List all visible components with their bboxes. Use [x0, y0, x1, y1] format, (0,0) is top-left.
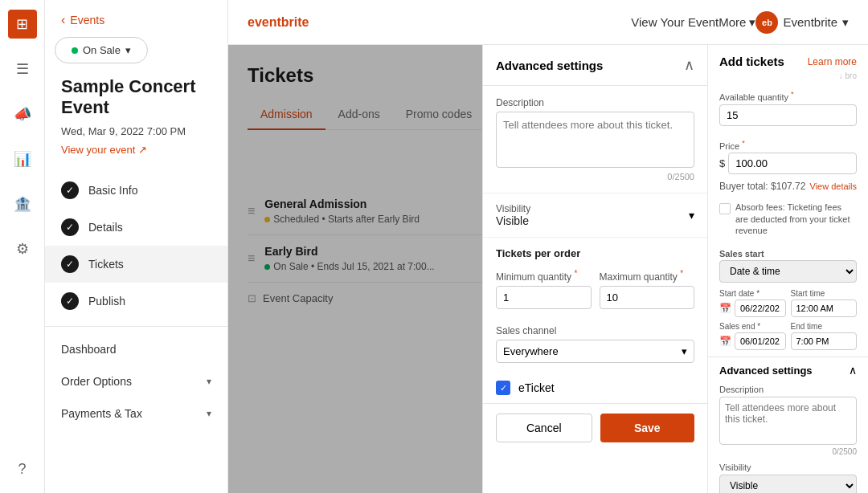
- end-time-field: End time: [791, 322, 858, 350]
- icon-sidebar: ⊞ ☰ 📣 📊 🏦 ⚙ ?: [0, 0, 45, 493]
- check-icon: ✓: [61, 181, 79, 199]
- rs-adv-header: Advanced settings ∧: [708, 357, 868, 380]
- available-qty-field: Available quantity *: [708, 84, 868, 132]
- save-button[interactable]: Save: [600, 414, 695, 442]
- payments-tax-label: Payments & Tax: [61, 407, 142, 420]
- rs-visibility-select[interactable]: Visible: [719, 475, 857, 493]
- on-sale-label: On Sale: [83, 44, 121, 56]
- start-time-label: Start time: [791, 289, 858, 298]
- end-date-field: Sales end * 📅: [719, 322, 786, 350]
- cancel-button[interactable]: Cancel: [496, 414, 592, 442]
- rs-char-count: 0/2500: [719, 447, 857, 456]
- chevron-up-icon: ∧: [849, 364, 857, 377]
- char-count: 0/2500: [496, 172, 694, 181]
- sales-channel-select[interactable]: Everywhere ▾: [496, 340, 694, 363]
- check-icon: ✓: [61, 218, 79, 236]
- visibility-row[interactable]: Visibility Visible ▾: [483, 194, 707, 238]
- nav-item-publish[interactable]: ✓ Publish: [45, 283, 227, 320]
- tickets-per-order: Minimum quantity * Maximum quantity *: [483, 263, 707, 319]
- dollar-sign: $: [719, 157, 725, 169]
- price-label: Price *: [719, 139, 857, 151]
- start-time-input[interactable]: [791, 299, 858, 317]
- home-icon[interactable]: ⊞: [8, 10, 37, 39]
- chevron-down-icon: ▾: [682, 345, 687, 357]
- topbar: eventbrite View Your Event More ▾ eb Eve…: [228, 0, 868, 45]
- description-textarea[interactable]: [496, 112, 694, 168]
- sales-start-select[interactable]: Date & time: [719, 260, 857, 283]
- eticket-checkbox[interactable]: ✓: [496, 381, 510, 395]
- more-chevron-icon: ▾: [749, 15, 755, 30]
- min-qty-field: Minimum quantity *: [496, 269, 592, 309]
- close-icon[interactable]: ∧: [684, 56, 694, 74]
- sales-channel-section: Sales channel Everywhere ▾: [483, 319, 707, 373]
- view-details-link[interactable]: View details: [810, 181, 858, 191]
- add-tickets-title: Add tickets: [719, 55, 784, 68]
- desc-label: Description: [496, 97, 694, 108]
- chart-icon[interactable]: 📊: [8, 145, 37, 173]
- min-qty-label: Minimum quantity *: [496, 269, 592, 283]
- end-date-input[interactable]: [735, 332, 786, 350]
- view-event-link-text: View your event: [61, 144, 135, 156]
- account-chevron-icon: ▾: [842, 15, 849, 30]
- adv-panel-title: Advanced settings: [496, 59, 603, 72]
- learn-more-link[interactable]: Learn more: [808, 56, 857, 67]
- main-wrapper: Tickets Admission Add-ons Promo codes Ho…: [228, 45, 868, 493]
- available-qty-input[interactable]: [719, 104, 857, 126]
- nav-item-details[interactable]: ✓ Details: [45, 209, 227, 246]
- check-icon: ✓: [61, 292, 79, 310]
- view-your-event-link[interactable]: View Your Event: [631, 15, 719, 29]
- view-event-link[interactable]: View your event ↗: [45, 144, 227, 172]
- price-input[interactable]: [728, 153, 857, 174]
- nav-item-payments-tax[interactable]: Payments & Tax ▾: [45, 397, 227, 430]
- price-field: Price * $: [708, 132, 868, 181]
- eticket-row: ✓ eTicket: [483, 373, 707, 403]
- page-area: Tickets Admission Add-ons Promo codes Ho…: [228, 45, 707, 493]
- advanced-settings-panel: Advanced settings ∧ Description 0/2500 V: [482, 45, 707, 493]
- nav-items: ✓ Basic Info ✓ Details ✓ Tickets ✓ Publi…: [45, 172, 227, 320]
- order-options-label: Order Options: [61, 375, 132, 388]
- visibility-value: Visible: [496, 214, 530, 227]
- start-date-input[interactable]: [735, 299, 786, 317]
- nav-item-label: Tickets: [88, 258, 124, 271]
- gear-icon[interactable]: ⚙: [8, 234, 37, 263]
- help-icon[interactable]: ?: [8, 454, 37, 483]
- nav-item-tickets[interactable]: ✓ Tickets: [45, 246, 227, 283]
- buyer-total-row: Buyer total: $107.72 View details: [708, 181, 868, 198]
- list-icon[interactable]: ☰: [8, 55, 37, 84]
- nav-item-dashboard[interactable]: Dashboard: [45, 333, 227, 365]
- absorb-fees-row: Absorb fees: Ticketing fees are deducted…: [708, 198, 868, 244]
- max-qty-input[interactable]: [600, 286, 695, 309]
- rs-description-textarea[interactable]: [719, 397, 857, 445]
- start-time-field: Start time: [791, 289, 858, 317]
- left-nav: ‹ Events On Sale ▾ Sample Concert Event …: [45, 0, 228, 493]
- on-sale-badge[interactable]: On Sale ▾: [55, 37, 148, 63]
- end-time-input[interactable]: [791, 332, 858, 350]
- account-label: Eventbrite: [783, 15, 837, 29]
- absorb-fees-text: Absorb fees: Ticketing fees are deducted…: [735, 202, 857, 236]
- start-date-label: Start date *: [719, 289, 786, 298]
- check-icon: ✓: [61, 255, 79, 273]
- advanced-settings-overlay: Advanced settings ∧ Description 0/2500 V: [228, 45, 707, 493]
- bank-icon[interactable]: 🏦: [8, 189, 37, 218]
- absorb-fees-checkbox[interactable]: [719, 203, 731, 214]
- nav-item-basic-info[interactable]: ✓ Basic Info: [45, 172, 227, 209]
- scroll-hint: ↓ bro: [708, 71, 868, 84]
- min-qty-input[interactable]: [496, 286, 592, 309]
- nav-item-label: Details: [88, 221, 123, 234]
- on-sale-dot: [72, 47, 78, 54]
- back-to-events[interactable]: ‹ Events: [45, 13, 227, 37]
- dashboard-label: Dashboard: [61, 343, 117, 356]
- visibility-label: Visibility: [496, 203, 530, 214]
- more-button[interactable]: More ▾: [719, 15, 755, 30]
- adv-panel-header: Advanced settings ∧: [483, 45, 707, 86]
- account-avatar: eb: [755, 11, 778, 34]
- chevron-down-icon: ▾: [207, 408, 211, 419]
- account-area[interactable]: eb Eventbrite ▾: [755, 11, 849, 34]
- buyer-total-value: $107.72: [771, 181, 805, 192]
- nav-item-label: Basic Info: [88, 184, 137, 197]
- calendar-icon: 📅: [719, 336, 731, 347]
- main-content: Tickets Admission Add-ons Promo codes Ho…: [228, 45, 707, 493]
- nav-item-order-options[interactable]: Order Options ▾: [45, 365, 227, 397]
- date-grid: Start date * 📅 Start time Sales end *: [708, 289, 868, 357]
- megaphone-icon[interactable]: 📣: [8, 100, 37, 128]
